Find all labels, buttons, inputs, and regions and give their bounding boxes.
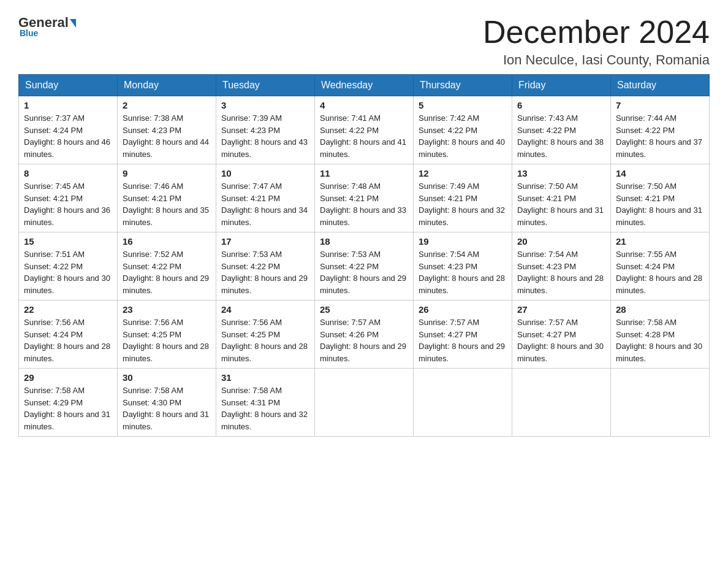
calendar-cell: 25Sunrise: 7:57 AMSunset: 4:26 PMDayligh… (315, 301, 414, 369)
calendar-cell (512, 369, 611, 437)
calendar-cell: 8Sunrise: 7:45 AMSunset: 4:21 PMDaylight… (19, 164, 118, 232)
calendar-cell: 29Sunrise: 7:58 AMSunset: 4:29 PMDayligh… (19, 369, 118, 437)
day-info: Sunrise: 7:44 AMSunset: 4:22 PMDaylight:… (616, 112, 704, 160)
calendar-cell: 9Sunrise: 7:46 AMSunset: 4:21 PMDaylight… (118, 164, 216, 232)
calendar-cell: 28Sunrise: 7:58 AMSunset: 4:28 PMDayligh… (611, 301, 710, 369)
calendar-cell: 16Sunrise: 7:52 AMSunset: 4:22 PMDayligh… (118, 232, 216, 301)
page-header: General Blue December 2024 Ion Neculce, … (18, 15, 710, 68)
day-info: Sunrise: 7:52 AMSunset: 4:22 PMDaylight:… (123, 248, 211, 296)
weekday-header-saturday: Saturday (611, 75, 710, 96)
day-info: Sunrise: 7:57 AMSunset: 4:27 PMDaylight:… (517, 316, 605, 364)
weekday-header-friday: Friday (512, 75, 611, 96)
calendar-title: December 2024 (483, 15, 710, 50)
day-number: 2 (123, 100, 211, 110)
day-info: Sunrise: 7:38 AMSunset: 4:23 PMDaylight:… (123, 112, 211, 160)
day-number: 18 (320, 236, 408, 247)
day-number: 31 (221, 372, 309, 383)
day-number: 24 (221, 304, 309, 315)
day-info: Sunrise: 7:58 AMSunset: 4:30 PMDaylight:… (123, 385, 211, 432)
day-info: Sunrise: 7:42 AMSunset: 4:22 PMDaylight:… (419, 112, 507, 160)
calendar-cell: 4Sunrise: 7:41 AMSunset: 4:22 PMDaylight… (315, 96, 414, 164)
logo-blue-text: Blue (20, 28, 38, 38)
calendar-cell: 13Sunrise: 7:50 AMSunset: 4:21 PMDayligh… (512, 164, 611, 232)
calendar-cell: 2Sunrise: 7:38 AMSunset: 4:23 PMDaylight… (118, 96, 216, 164)
calendar-cell: 22Sunrise: 7:56 AMSunset: 4:24 PMDayligh… (19, 301, 118, 369)
day-info: Sunrise: 7:56 AMSunset: 4:25 PMDaylight:… (221, 316, 309, 364)
day-number: 13 (517, 168, 605, 178)
day-number: 14 (616, 168, 704, 178)
day-number: 28 (616, 304, 704, 315)
calendar-cell: 18Sunrise: 7:53 AMSunset: 4:22 PMDayligh… (315, 232, 414, 301)
logo: General Blue (18, 15, 76, 38)
day-info: Sunrise: 7:51 AMSunset: 4:22 PMDaylight:… (24, 248, 112, 296)
day-info: Sunrise: 7:43 AMSunset: 4:22 PMDaylight:… (517, 112, 605, 160)
day-info: Sunrise: 7:55 AMSunset: 4:24 PMDaylight:… (616, 248, 704, 296)
day-number: 29 (24, 372, 112, 383)
day-number: 9 (123, 168, 211, 178)
day-number: 7 (616, 100, 704, 110)
logo-triangle-icon (70, 19, 76, 28)
calendar-cell: 10Sunrise: 7:47 AMSunset: 4:21 PMDayligh… (216, 164, 315, 232)
day-info: Sunrise: 7:49 AMSunset: 4:21 PMDaylight:… (419, 180, 507, 228)
calendar-cell: 1Sunrise: 7:37 AMSunset: 4:24 PMDaylight… (19, 96, 118, 164)
calendar-cell: 6Sunrise: 7:43 AMSunset: 4:22 PMDaylight… (512, 96, 611, 164)
weekday-header-row: SundayMondayTuesdayWednesdayThursdayFrid… (19, 75, 710, 96)
day-number: 20 (517, 236, 605, 247)
day-info: Sunrise: 7:50 AMSunset: 4:21 PMDaylight:… (517, 180, 605, 228)
calendar-cell: 27Sunrise: 7:57 AMSunset: 4:27 PMDayligh… (512, 301, 611, 369)
calendar-cell (414, 369, 512, 437)
weekday-header-monday: Monday (118, 75, 216, 96)
day-info: Sunrise: 7:57 AMSunset: 4:27 PMDaylight:… (419, 316, 507, 364)
calendar-cell: 24Sunrise: 7:56 AMSunset: 4:25 PMDayligh… (216, 301, 315, 369)
calendar-cell: 20Sunrise: 7:54 AMSunset: 4:23 PMDayligh… (512, 232, 611, 301)
day-info: Sunrise: 7:58 AMSunset: 4:31 PMDaylight:… (221, 385, 309, 432)
calendar-cell: 15Sunrise: 7:51 AMSunset: 4:22 PMDayligh… (19, 232, 118, 301)
day-info: Sunrise: 7:50 AMSunset: 4:21 PMDaylight:… (616, 180, 704, 228)
day-number: 21 (616, 236, 704, 247)
calendar-cell: 21Sunrise: 7:55 AMSunset: 4:24 PMDayligh… (611, 232, 710, 301)
day-info: Sunrise: 7:58 AMSunset: 4:29 PMDaylight:… (24, 385, 112, 432)
day-number: 6 (517, 100, 605, 110)
day-info: Sunrise: 7:56 AMSunset: 4:24 PMDaylight:… (24, 316, 112, 364)
day-info: Sunrise: 7:46 AMSunset: 4:21 PMDaylight:… (123, 180, 211, 228)
day-info: Sunrise: 7:57 AMSunset: 4:26 PMDaylight:… (320, 316, 408, 364)
calendar-cell: 12Sunrise: 7:49 AMSunset: 4:21 PMDayligh… (414, 164, 512, 232)
calendar-cell: 7Sunrise: 7:44 AMSunset: 4:22 PMDaylight… (611, 96, 710, 164)
day-number: 27 (517, 304, 605, 315)
calendar-cell: 5Sunrise: 7:42 AMSunset: 4:22 PMDaylight… (414, 96, 512, 164)
day-number: 26 (419, 304, 507, 315)
day-info: Sunrise: 7:48 AMSunset: 4:21 PMDaylight:… (320, 180, 408, 228)
day-info: Sunrise: 7:41 AMSunset: 4:22 PMDaylight:… (320, 112, 408, 160)
calendar-cell: 3Sunrise: 7:39 AMSunset: 4:23 PMDaylight… (216, 96, 315, 164)
calendar-cell: 14Sunrise: 7:50 AMSunset: 4:21 PMDayligh… (611, 164, 710, 232)
weekday-header-wednesday: Wednesday (315, 75, 414, 96)
calendar-cell: 30Sunrise: 7:58 AMSunset: 4:30 PMDayligh… (118, 369, 216, 437)
day-number: 17 (221, 236, 309, 247)
day-number: 30 (123, 372, 211, 383)
day-info: Sunrise: 7:54 AMSunset: 4:23 PMDaylight:… (419, 248, 507, 296)
day-number: 23 (123, 304, 211, 315)
day-info: Sunrise: 7:53 AMSunset: 4:22 PMDaylight:… (221, 248, 309, 296)
calendar-week-row: 1Sunrise: 7:37 AMSunset: 4:24 PMDaylight… (19, 96, 710, 164)
day-number: 10 (221, 168, 309, 178)
day-number: 15 (24, 236, 112, 247)
day-number: 4 (320, 100, 408, 110)
day-info: Sunrise: 7:54 AMSunset: 4:23 PMDaylight:… (517, 248, 605, 296)
calendar-cell (611, 369, 710, 437)
calendar-week-row: 15Sunrise: 7:51 AMSunset: 4:22 PMDayligh… (19, 232, 710, 301)
day-number: 1 (24, 100, 112, 110)
day-number: 19 (419, 236, 507, 247)
calendar-cell: 23Sunrise: 7:56 AMSunset: 4:25 PMDayligh… (118, 301, 216, 369)
day-number: 12 (419, 168, 507, 178)
calendar-week-row: 8Sunrise: 7:45 AMSunset: 4:21 PMDaylight… (19, 164, 710, 232)
day-number: 11 (320, 168, 408, 178)
day-info: Sunrise: 7:53 AMSunset: 4:22 PMDaylight:… (320, 248, 408, 296)
day-info: Sunrise: 7:45 AMSunset: 4:21 PMDaylight:… (24, 180, 112, 228)
title-block: December 2024 Ion Neculce, Iasi County, … (483, 15, 710, 68)
weekday-header-tuesday: Tuesday (216, 75, 315, 96)
calendar-cell: 11Sunrise: 7:48 AMSunset: 4:21 PMDayligh… (315, 164, 414, 232)
day-info: Sunrise: 7:56 AMSunset: 4:25 PMDaylight:… (123, 316, 211, 364)
day-info: Sunrise: 7:58 AMSunset: 4:28 PMDaylight:… (616, 316, 704, 364)
calendar-cell: 17Sunrise: 7:53 AMSunset: 4:22 PMDayligh… (216, 232, 315, 301)
weekday-header-sunday: Sunday (19, 75, 118, 96)
